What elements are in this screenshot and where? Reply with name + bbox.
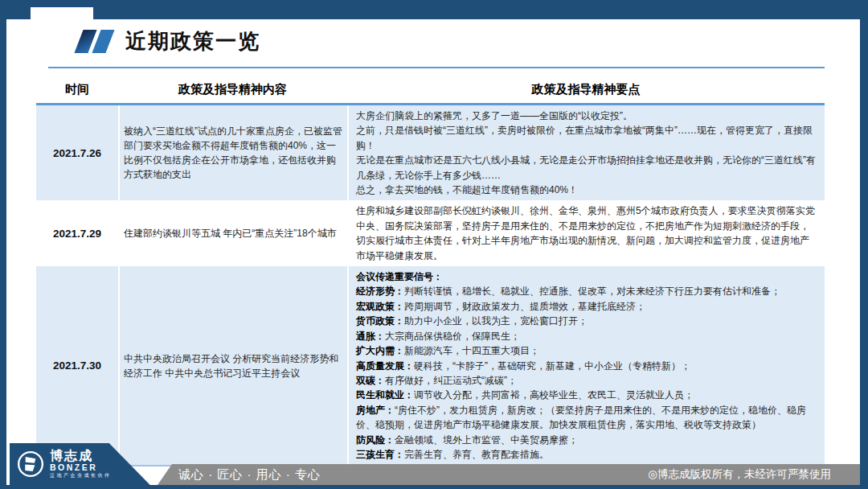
frame-right-bar: [860, 0, 868, 489]
points-cell: 住房和城乡建设部副部长倪虹约谈银川、徐州、金华、泉州、惠州5个城市政府负责人，要…: [349, 200, 825, 266]
policy-table: 时间 政策及指导精神内容 政策及指导精神要点 2021.7.26 被纳入“三道红…: [36, 76, 825, 466]
point-label: 防风险：: [356, 434, 395, 446]
table-header-row: 时间 政策及指导精神内容 政策及指导精神要点: [36, 76, 825, 103]
frame-top-bar: [0, 0, 868, 19]
brand-text: 博志成 BONZER 泛地产企业成长伙伴: [50, 450, 112, 479]
table-body: 2021.7.26 被纳入“三道红线”试点的几十家重点房企，已被监管部门要求买地…: [36, 103, 825, 466]
footer-copyright: ◎博志成版权所有，未经许可严禁使用: [648, 467, 831, 482]
point-line: 大房企们脑袋上的紧箍咒，又多了一道——全国版的“以收定投”。: [356, 109, 817, 123]
points-cell: 大房企们脑袋上的紧箍咒，又多了一道——全国版的“以收定投”。之前，只是借钱时被“…: [349, 105, 825, 200]
table-row: 2021.7.29 住建部约谈银川等五城 年内已“重点关注”18个城市 住房和城…: [36, 200, 825, 266]
point-label: 宏观政策：: [356, 301, 404, 312]
content-cell: 被纳入“三道红线”试点的几十家重点房企，已被监管部门要求买地金额不得超年度销售额…: [120, 105, 349, 200]
column-header-content: 政策及指导精神内容: [118, 82, 347, 97]
point-label: 经济形势：: [356, 286, 404, 297]
brand-name-cn: 博志成: [50, 450, 112, 462]
brand-tagline: 泛地产企业成长伙伴: [50, 472, 112, 479]
date-cell: 2021.7.30: [36, 266, 120, 465]
title-slashes-icon: [79, 30, 114, 53]
point-line: 扩大内需：新能源汽车，十四五重大项目；: [356, 343, 817, 358]
brand-name-en: BONZER: [50, 462, 112, 472]
table-row: 2021.7.30 中共中央政治局召开会议 分析研究当前经济形势和经济工作 中共…: [36, 266, 825, 465]
point-line: 通胀：大宗商品保供稳价，保障民生；: [356, 329, 817, 343]
point-line: 宏观政策：跨周期调节，财政政策发力、提质增效，基建托底经济；: [356, 299, 817, 314]
frame-bottom-bar: [0, 485, 868, 489]
point-line: 之前，只是借钱时被“三道红线”，卖房时被限价，在重点城市拿地被“两集中”……现在…: [356, 123, 817, 153]
top-left-notch: [31, 7, 93, 20]
point-line: 经济形势：判断转谨慎，稳增长、稳就业、控通胀、促改革，对未来经济下行压力要有估计…: [356, 284, 817, 298]
point-label: 货币政策：: [356, 315, 404, 327]
point-label: 双碳：: [356, 375, 385, 386]
column-header-points: 政策及指导精神要点: [347, 82, 825, 97]
title-underline: [48, 67, 825, 68]
point-label: 房地产：: [356, 405, 395, 416]
point-line: 房地产：“房住不炒”，发力租赁房，新房改；（要坚持房子是用来住的、不是用来炒的定…: [356, 403, 817, 433]
point-line: 防风险：金融领域、境外上市监管、中美贸易摩擦；: [356, 433, 817, 447]
point-label: 会议传递重要信号：: [356, 271, 443, 282]
content-cell: 住建部约谈银川等五城 年内已“重点关注”18个城市: [120, 200, 349, 266]
point-line: 三孩生育：完善生育、养育、教育配套措施。: [356, 447, 817, 462]
point-line: 双碳：有序做好，纠正运动式“减碳”；: [356, 373, 817, 388]
point-label: 三孩生育：: [356, 449, 404, 460]
date-cell: 2021.7.26: [36, 105, 120, 200]
point-label: 高质量发展：: [356, 360, 414, 372]
point-line: 会议传递重要信号：: [356, 269, 817, 284]
point-line: 高质量发展：硬科技，“卡脖子”，基础研究，新基建，中小企业（专精特新）；: [356, 359, 817, 373]
bonzer-logo-icon: [16, 450, 45, 479]
date-cell: 2021.7.29: [36, 200, 120, 266]
footer-slogan: 诚心 · 匠心 · 用心 · 专心: [178, 467, 321, 483]
table-row: 2021.7.26 被纳入“三道红线”试点的几十家重点房企，已被监管部门要求买地…: [36, 105, 825, 200]
slide-page: 近期政策一览 时间 政策及指导精神内容 政策及指导精神要点 2021.7.26 …: [0, 0, 868, 489]
point-line: 民生和就业：调节收入分配，共同富裕，高校毕业生、农民工、灵活就业人员；: [356, 388, 817, 402]
point-label: 通胀：: [356, 331, 385, 342]
footer-bar: 诚心 · 匠心 · 用心 · 专心 ◎博志成版权所有，未经许可严禁使用: [158, 464, 860, 485]
page-title: 近期政策一览: [125, 27, 260, 55]
point-line: 无论是在重点城市还是五六七八线小县城，无论是走公开市场招拍挂拿地还是收并购，无论…: [356, 153, 817, 183]
point-label: 扩大内需：: [356, 345, 404, 356]
point-line: 总之，拿去买地的钱，不能超过年度销售额的40%！: [356, 183, 817, 197]
point-line: 货币政策：助力中小企业，以我为主，宽松窗口打开；: [356, 314, 817, 328]
point-line: 住房和城乡建设部副部长倪虹约谈银川、徐州、金华、泉州、惠州5个城市政府负责人，要…: [356, 203, 817, 263]
column-header-time: 时间: [36, 82, 118, 97]
point-label: 民生和就业：: [356, 389, 414, 401]
title-block: 近期政策一览: [79, 27, 260, 55]
content-cell: 中共中央政治局召开会议 分析研究当前经济形势和经济工作 中共中央总书记习近平主持…: [120, 266, 349, 465]
points-cell: 会议传递重要信号：经济形势：判断转谨慎，稳增长、稳就业、控通胀、促改革，对未来经…: [349, 266, 825, 465]
frame-left-bar: [0, 0, 6, 489]
